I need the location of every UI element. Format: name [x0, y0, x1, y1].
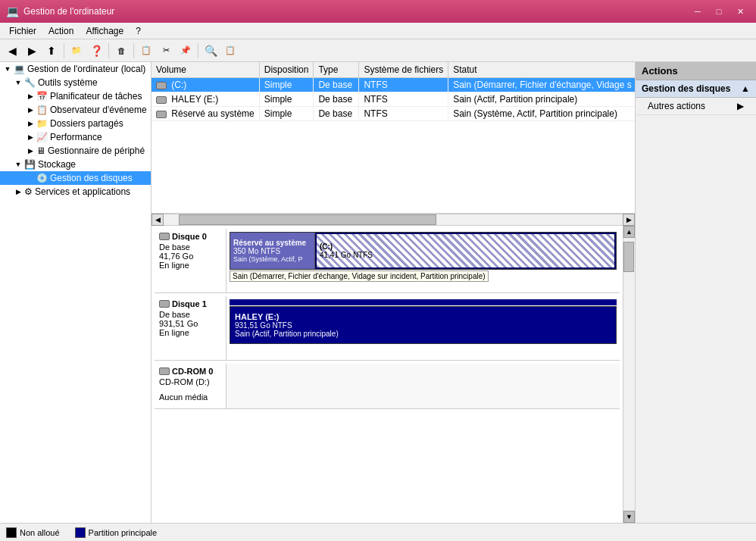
- sidebar-label-gestion-disques: Gestion des disques: [50, 173, 133, 183]
- expand-stockage[interactable]: ▼: [12, 161, 24, 168]
- cell-fs-2: NTFS: [359, 107, 448, 121]
- expand-outils[interactable]: ▼: [12, 79, 24, 86]
- disk1-info: Disque 1 De base 931,51 Go En ligne: [155, 296, 226, 360]
- sidebar-item-outils[interactable]: ▼ 🔧 Outils système: [0, 76, 151, 89]
- close-button[interactable]: ✕: [730, 4, 750, 19]
- col-statut[interactable]: Statut: [448, 62, 635, 78]
- help-button[interactable]: ❓: [87, 42, 105, 60]
- disk0-status: En ligne: [159, 261, 221, 270]
- vscroll-up-btn[interactable]: ▲: [623, 226, 635, 238]
- disk-panel-cdrom: CD-ROM 0 CD-ROM (D:) Aucun média: [155, 364, 620, 409]
- sidebar-label-outils: Outils système: [38, 77, 98, 88]
- disk0-size: 41,76 Go: [159, 252, 221, 261]
- drive-icon-e: [156, 96, 167, 104]
- expand-gestionnaire[interactable]: ▶: [24, 147, 36, 155]
- cell-volume-1: HALEY (E:): [152, 92, 259, 107]
- disk1-header-bar: [230, 299, 617, 305]
- title-bar-title: Gestion de l'ordinateur: [23, 6, 114, 17]
- hscroll-thumb[interactable]: [179, 214, 436, 225]
- delete-button[interactable]: 🗑: [112, 42, 130, 60]
- icon-performance: 📈: [36, 132, 48, 142]
- expand-planificateur[interactable]: ▶: [24, 92, 36, 100]
- hscroll-track[interactable]: [164, 214, 623, 225]
- expand-services[interactable]: ▶: [12, 188, 24, 195]
- partition-c[interactable]: (C:) 41,41 Go NTFS: [315, 233, 616, 269]
- actions-header: Actions: [636, 62, 756, 80]
- table-row[interactable]: (C:) Simple De base NTFS Sain (Démarrer,…: [152, 78, 635, 92]
- sidebar-item-gestion-disques[interactable]: 💿 Gestion des disques: [0, 171, 151, 185]
- menu-affichage[interactable]: Affichage: [80, 24, 130, 38]
- disk1-status: En ligne: [159, 328, 221, 337]
- vscroll-down-btn[interactable]: ▼: [623, 511, 635, 523]
- vertical-scrollbar-disk[interactable]: ▲ ▼: [623, 226, 635, 523]
- maximize-button[interactable]: □: [709, 4, 729, 19]
- back-button[interactable]: ◀: [3, 42, 21, 60]
- icon-calendar: 📅: [36, 91, 48, 102]
- cell-volume-2: Réservé au système: [152, 107, 259, 121]
- cell-statut-0: Sain (Démarrer, Fichier d'échange, Vidag…: [448, 78, 635, 92]
- expand-root[interactable]: ▼: [2, 65, 14, 73]
- sidebar-item-root[interactable]: ▼ 💻 Gestion de l'ordinateur (local): [0, 62, 151, 76]
- sidebar-item-services[interactable]: ▶ ⚙ Services et applications: [0, 185, 151, 199]
- sidebar-item-performance[interactable]: ▶ 📈 Performance: [0, 130, 151, 144]
- horizontal-scrollbar[interactable]: ◀ ▶: [152, 214, 635, 226]
- expand-observateur[interactable]: ▶: [24, 106, 36, 114]
- icon-storage: 💾: [24, 159, 36, 170]
- icon-device: 🖥: [36, 145, 45, 156]
- vscroll-track[interactable]: [623, 238, 635, 511]
- vscroll-thumb[interactable]: [623, 242, 634, 272]
- up-button[interactable]: ⬆: [42, 42, 61, 60]
- disk-panels-area: Disque 0 De base 41,76 Go En ligne Réser…: [152, 226, 635, 523]
- sidebar-label-dossiers: Dossiers partagés: [50, 118, 123, 129]
- action-arrow-icon: ▶: [737, 101, 744, 111]
- partition-status-haley: Sain (Actif, Partition principale): [235, 330, 611, 338]
- action-group-gestion-disques[interactable]: Gestion des disques ▲: [636, 80, 756, 98]
- sidebar-item-observateur[interactable]: ▶ 📋 Observateur d'événeme: [0, 103, 151, 117]
- sidebar-item-dossiers[interactable]: ▶ 📁 Dossiers partagés: [0, 117, 151, 130]
- disk-panel-1: Disque 1 De base 931,51 Go En ligne HALE…: [155, 296, 620, 361]
- sidebar-item-stockage[interactable]: ▼ 💾 Stockage: [0, 158, 151, 171]
- menu-fichier[interactable]: Fichier: [3, 24, 42, 38]
- disk1-size: 931,51 Go: [159, 319, 221, 328]
- icon-tools: 🔧: [24, 77, 36, 88]
- copy-button[interactable]: 📋: [137, 42, 155, 60]
- cell-fs-1: NTFS: [359, 92, 448, 107]
- forward-button[interactable]: ▶: [23, 42, 41, 60]
- partition-haley[interactable]: HALEY (E:) 931,51 Go NTFS Sain (Actif, P…: [230, 307, 616, 343]
- col-filesystem[interactable]: Système de fichiers: [359, 62, 448, 78]
- export-button[interactable]: 📋: [221, 42, 239, 60]
- title-bar: 💻 Gestion de l'ordinateur ─ □ ✕: [0, 0, 756, 23]
- partition-sublabel-haley: 931,51 Go NTFS: [235, 321, 611, 330]
- sidebar-item-gestionnaire[interactable]: ▶ 🖥 Gestionnaire de périphé: [0, 144, 151, 158]
- col-disposition[interactable]: Disposition: [259, 62, 314, 78]
- hscroll-left-btn[interactable]: ◀: [152, 214, 164, 226]
- cell-statut-1: Sain (Actif, Partition principale): [448, 92, 635, 107]
- disk0-partitions: Réservé au système 350 Mo NTFS Sain (Sys…: [230, 232, 617, 270]
- status-bar: Non alloué Partition principale: [0, 523, 756, 541]
- action-item-autres[interactable]: Autres actions ▶: [636, 98, 756, 115]
- cut-button[interactable]: ✂: [157, 42, 175, 60]
- expand-dossiers[interactable]: ▶: [24, 120, 36, 127]
- table-row[interactable]: Réservé au système Simple De base NTFS S…: [152, 107, 635, 121]
- cell-type-0: De base: [314, 78, 359, 92]
- show-hide-button[interactable]: 📁: [67, 42, 86, 60]
- paste-button[interactable]: 📌: [177, 42, 195, 60]
- separator-2: [108, 43, 109, 58]
- menu-help[interactable]: ?: [130, 24, 147, 38]
- col-type[interactable]: Type: [314, 62, 359, 78]
- col-volume[interactable]: Volume: [152, 62, 259, 78]
- icon-computer: 💻: [14, 64, 25, 74]
- minimize-button[interactable]: ─: [688, 4, 708, 19]
- partition-status-system: Sain (Système, Actif, P: [233, 255, 311, 263]
- sidebar-item-planificateur[interactable]: ▶ 📅 Planificateur de tâches: [0, 89, 151, 103]
- partition-system-reserved[interactable]: Réservé au système 350 Mo NTFS Sain (Sys…: [230, 233, 315, 269]
- action-group-label: Gestion des disques: [642, 83, 730, 94]
- menu-action[interactable]: Action: [42, 24, 80, 38]
- expand-performance[interactable]: ▶: [24, 133, 36, 141]
- legend-label-non-alloue: Non alloué: [20, 528, 60, 537]
- hscroll-right-btn[interactable]: ▶: [623, 214, 635, 226]
- partition-sublabel-c: 41,41 Go NTFS: [320, 251, 611, 259]
- table-row[interactable]: HALEY (E:) Simple De base NTFS Sain (Act…: [152, 92, 635, 107]
- search-button[interactable]: 🔍: [201, 42, 220, 60]
- icon-observateur: 📋: [36, 105, 48, 115]
